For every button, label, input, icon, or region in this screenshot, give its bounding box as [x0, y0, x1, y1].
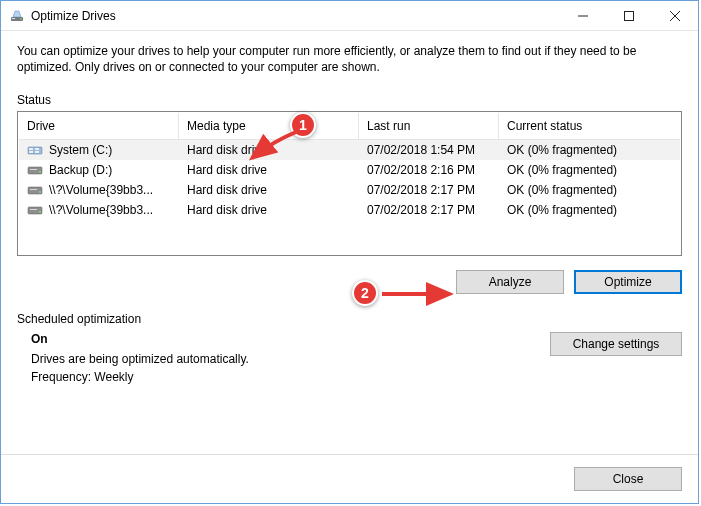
svg-point-20 [39, 211, 41, 213]
action-button-row: Analyze Optimize [17, 270, 682, 294]
drive-list[interactable]: Drive Media type Last run Current status… [19, 113, 680, 254]
svg-rect-8 [29, 148, 33, 150]
drive-list-header: Drive Media type Last run Current status [19, 113, 680, 140]
scheduled-info: On Drives are being optimized automatica… [17, 332, 550, 388]
svg-rect-9 [29, 151, 33, 153]
hdd-icon [27, 164, 43, 176]
svg-rect-10 [35, 148, 39, 150]
svg-point-14 [39, 171, 41, 173]
cell-status: OK (0% fragmented) [499, 181, 680, 199]
drive-list-box: Drive Media type Last run Current status… [17, 111, 682, 256]
optimize-drives-window: Optimize Drives You can optimize your dr… [0, 0, 699, 504]
drive-name: \\?\Volume{39bb3... [49, 183, 153, 197]
table-row[interactable]: \\?\Volume{39bb3...Hard disk drive07/02/… [19, 180, 680, 200]
cell-media: Hard disk drive [179, 201, 359, 219]
cell-last-run: 07/02/2018 2:17 PM [359, 181, 499, 199]
close-button[interactable]: Close [574, 467, 682, 491]
scheduled-freq: Frequency: Weekly [31, 370, 550, 384]
app-icon [9, 8, 25, 24]
minimize-button[interactable] [560, 1, 606, 31]
cell-last-run: 07/02/2018 1:54 PM [359, 141, 499, 159]
svg-rect-19 [30, 209, 37, 210]
table-row[interactable]: \\?\Volume{39bb3...Hard disk drive07/02/… [19, 200, 680, 220]
svg-point-2 [20, 18, 22, 20]
svg-rect-16 [30, 189, 37, 190]
content-area: You can optimize your drives to help you… [1, 31, 698, 454]
col-header-drive[interactable]: Drive [19, 113, 179, 139]
cell-status: OK (0% fragmented) [499, 201, 680, 219]
cell-drive: Backup (D:) [19, 161, 179, 179]
intro-text: You can optimize your drives to help you… [17, 43, 682, 75]
cell-drive: System (C:) [19, 141, 179, 159]
cell-status: OK (0% fragmented) [499, 141, 680, 159]
scheduled-desc: Drives are being optimized automatically… [31, 352, 550, 366]
drive-name: System (C:) [49, 143, 112, 157]
svg-rect-15 [28, 187, 42, 194]
table-row[interactable]: Backup (D:)Hard disk drive07/02/2018 2:1… [19, 160, 680, 180]
footer: Close [1, 454, 698, 503]
change-settings-button[interactable]: Change settings [550, 332, 682, 356]
window-title: Optimize Drives [31, 9, 116, 23]
scheduled-group-label: Scheduled optimization [17, 312, 682, 326]
titlebar: Optimize Drives [1, 1, 698, 31]
drive-list-empty-space [19, 220, 680, 254]
status-group-label: Status [17, 93, 682, 107]
drive-name: Backup (D:) [49, 163, 112, 177]
system-drive-icon [27, 144, 43, 156]
col-header-media[interactable]: Media type [179, 113, 359, 139]
svg-rect-12 [28, 167, 42, 174]
col-header-last[interactable]: Last run [359, 113, 499, 139]
drive-name: \\?\Volume{39bb3... [49, 203, 153, 217]
cell-media: Hard disk drive [179, 181, 359, 199]
svg-rect-18 [28, 207, 42, 214]
svg-rect-4 [625, 11, 634, 20]
cell-drive: \\?\Volume{39bb3... [19, 181, 179, 199]
svg-point-17 [39, 191, 41, 193]
scheduled-on: On [31, 332, 550, 346]
cell-last-run: 07/02/2018 2:16 PM [359, 161, 499, 179]
optimize-button[interactable]: Optimize [574, 270, 682, 294]
close-window-button[interactable] [652, 1, 698, 31]
hdd-icon [27, 204, 43, 216]
cell-last-run: 07/02/2018 2:17 PM [359, 201, 499, 219]
cell-drive: \\?\Volume{39bb3... [19, 201, 179, 219]
maximize-button[interactable] [606, 1, 652, 31]
svg-rect-11 [35, 151, 39, 153]
svg-rect-13 [30, 169, 37, 170]
scheduled-row: On Drives are being optimized automatica… [17, 332, 682, 388]
col-header-status[interactable]: Current status [499, 113, 680, 139]
svg-rect-1 [12, 18, 15, 19]
analyze-button[interactable]: Analyze [456, 270, 564, 294]
cell-media: Hard disk drive [179, 141, 359, 159]
cell-status: OK (0% fragmented) [499, 161, 680, 179]
hdd-icon [27, 184, 43, 196]
cell-media: Hard disk drive [179, 161, 359, 179]
table-row[interactable]: System (C:)Hard disk drive07/02/2018 1:5… [19, 140, 680, 160]
